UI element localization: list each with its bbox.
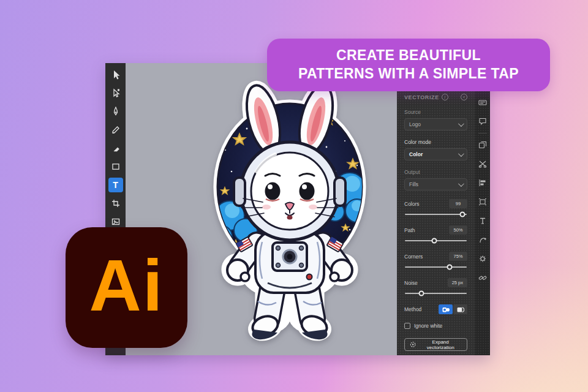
noise-label: Noise [404,280,418,286]
helmet-earmuff-left [234,178,245,206]
noise-value-field[interactable]: 25 px [448,278,467,287]
ignore-white-checkbox[interactable] [404,323,410,329]
link-icon[interactable] [478,274,487,282]
vectorize-panel: VECTORIZE i « Source Logo Color mode Col… [397,63,475,355]
noise-slider-handle[interactable] [419,291,424,296]
color-mode-dropdown[interactable]: Color [404,148,467,160]
pencil-tool[interactable] [108,123,123,137]
rectangle-tool-icon [111,162,121,172]
colors-value-field[interactable]: 99 [449,199,467,208]
method-label: Method [404,306,421,312]
eraser-tool[interactable] [108,141,123,156]
curvature-icon[interactable] [478,236,487,244]
source-label: Source [404,109,467,115]
type-tool-icon: T [113,180,118,190]
method-abutting-button[interactable] [439,304,453,314]
corners-value-field[interactable]: 75% [449,252,467,261]
crop-tool[interactable] [108,196,123,211]
expand-vectorization-button[interactable]: Expand vectorization [404,338,467,351]
chevron-down-icon [458,151,464,157]
artboard-icon[interactable] [478,198,487,206]
source-dropdown[interactable]: Logo [404,118,467,130]
vectorize-expand-icon [410,341,416,348]
abutting-shapes-icon [442,306,450,314]
illustrator-logo: Ai [66,227,187,348]
properties-panel-icon[interactable] [478,99,487,107]
corners-slider-handle[interactable] [447,265,452,270]
direct-selection-tool-icon [111,88,121,98]
path-value-field[interactable]: 50% [449,225,467,235]
illustrator-logo-text: Ai [89,249,164,322]
ignore-white-label: Ignore white [414,323,442,329]
output-dropdown[interactable]: Fills [404,178,467,190]
panel-dock-rail [475,63,490,355]
rail-divider [478,133,487,134]
selection-tool-icon [111,70,121,80]
rectangle-tool[interactable] [108,159,123,174]
noise-slider[interactable] [405,293,467,294]
astronaut-bunny-sticker [204,86,375,343]
color-mode-label: Color mode [404,139,467,145]
panel-title: VECTORIZE [404,94,439,100]
align-icon[interactable] [478,179,487,187]
path-slider-handle[interactable] [432,238,437,244]
character-icon[interactable] [478,217,487,225]
headline-line-1: CREATE BEAUTIFUL [336,47,481,65]
output-label: Output [404,169,467,175]
corners-slider[interactable] [405,266,467,268]
corners-label: Corners [404,254,423,260]
path-slider[interactable] [405,240,467,241]
pen-tool-icon [111,107,121,116]
colors-slider-handle[interactable] [459,212,465,217]
layers-icon[interactable] [478,141,487,149]
headline-banner: CREATE BEAUTIFUL PATTERNS WITH A SIMPLE … [267,39,550,91]
colors-label: Colors [404,201,420,207]
info-icon[interactable]: i [442,94,448,100]
panel-options-icon[interactable]: « [461,94,467,100]
direct-selection-tool[interactable] [108,86,123,100]
method-overlapping-button[interactable] [453,304,467,314]
type-tool[interactable]: T [108,178,123,192]
selection-tool[interactable] [108,67,123,82]
colors-slider[interactable] [405,214,467,215]
cut-options-icon[interactable] [478,160,487,168]
promo-page: T ∙∙ VECTORIZE i [0,0,588,392]
settings-gear-icon[interactable] [478,255,487,263]
overlapping-shapes-icon [456,306,464,314]
crop-tool-icon [111,198,121,208]
headline-line-2: PATTERNS WITH A SIMPLE TAP [298,65,519,83]
pen-tool[interactable] [108,104,123,119]
eraser-tool-icon [111,143,121,153]
place-image-tool-icon [111,217,121,227]
chevron-down-icon [458,181,464,187]
comments-icon[interactable] [478,118,487,126]
pencil-tool-icon [111,125,121,135]
chest-panel [273,243,307,271]
path-label: Path [404,227,415,233]
helmet-earmuff-right [334,178,345,206]
ignore-white-option[interactable]: Ignore white [404,323,467,329]
chevron-down-icon [458,121,464,127]
